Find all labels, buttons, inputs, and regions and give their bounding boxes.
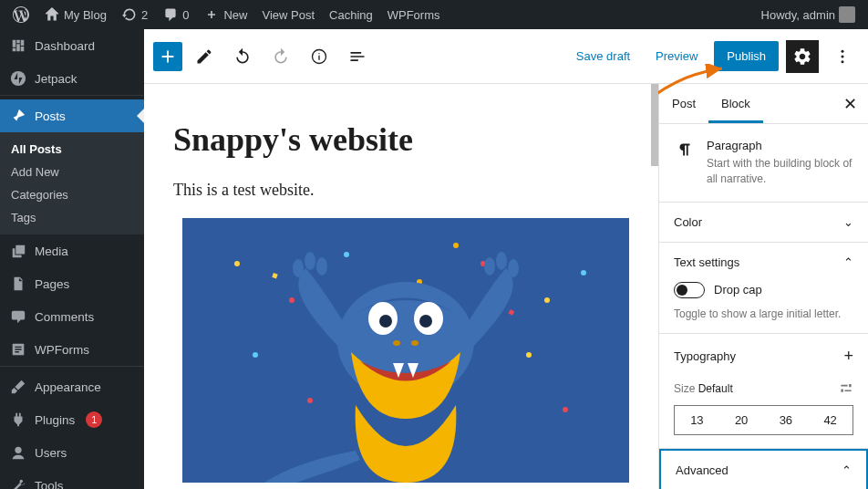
- sidebar-item-posts[interactable]: Posts: [0, 99, 144, 132]
- submenu-all-posts[interactable]: All Posts: [0, 138, 144, 161]
- tab-post[interactable]: Post: [659, 84, 708, 123]
- typography-label: Typography: [674, 349, 736, 363]
- updates-count-label: 2: [141, 8, 148, 22]
- drop-cap-hint: Toggle to show a large initial letter.: [674, 307, 853, 320]
- brush-icon: [9, 378, 27, 396]
- outline-button[interactable]: [341, 40, 374, 73]
- text-settings-panel: Text settings⌃ Drop cap Toggle to show a…: [659, 243, 868, 334]
- save-draft-button[interactable]: Save draft: [567, 44, 639, 68]
- sidebar-item-appearance[interactable]: Appearance: [0, 370, 144, 403]
- svg-point-27: [508, 259, 519, 277]
- svg-point-6: [842, 55, 844, 57]
- editor-canvas[interactable]: Snappy's website This is a test website.: [144, 84, 658, 489]
- text-settings-header[interactable]: Text settings⌃: [674, 255, 853, 269]
- add-block-button[interactable]: [153, 42, 182, 71]
- comments-icon: [9, 307, 27, 326]
- publish-button[interactable]: Publish: [714, 41, 779, 71]
- sidebar-item-label: WPForms: [35, 343, 89, 357]
- admin-topbar: My Blog 2 0 New View Post Caching WPForm…: [0, 0, 868, 29]
- close-inspector-button[interactable]: ✕: [832, 94, 868, 114]
- updates-link[interactable]: 2: [116, 6, 153, 23]
- wp-logo[interactable]: [7, 6, 35, 23]
- more-button[interactable]: [826, 40, 859, 73]
- sidebar-item-tools[interactable]: Tools: [0, 469, 144, 489]
- svg-point-10: [289, 297, 294, 303]
- sliders-icon[interactable]: [839, 380, 853, 398]
- svg-point-35: [393, 340, 400, 346]
- page-icon: [9, 275, 27, 293]
- sidebar-item-comments[interactable]: Comments: [0, 300, 144, 333]
- svg-point-29: [484, 257, 495, 276]
- submenu-categories[interactable]: Categories: [0, 183, 144, 206]
- svg-point-14: [544, 297, 550, 303]
- svg-point-17: [307, 398, 313, 403]
- svg-point-18: [526, 352, 532, 358]
- settings-button[interactable]: [786, 40, 819, 73]
- size-option[interactable]: 42: [808, 406, 852, 434]
- caching-label: Caching: [329, 8, 373, 22]
- new-link[interactable]: New: [198, 6, 253, 23]
- svg-point-9: [234, 261, 240, 266]
- canvas-scrollbar[interactable]: [651, 84, 658, 489]
- sidebar-item-pages[interactable]: Pages: [0, 267, 144, 300]
- info-button[interactable]: [303, 40, 336, 73]
- avatar: [839, 6, 855, 23]
- submenu-add-new[interactable]: Add New: [0, 161, 144, 183]
- svg-point-26: [316, 257, 327, 276]
- user-icon: [9, 443, 27, 462]
- tab-block[interactable]: Block: [708, 84, 763, 123]
- svg-point-5: [842, 49, 844, 52]
- sidebar-item-label: Appearance: [35, 380, 101, 394]
- redo-button[interactable]: [264, 40, 297, 73]
- sidebar-item-wpforms[interactable]: WPForms: [0, 333, 144, 366]
- sidebar-item-users[interactable]: Users: [0, 436, 144, 469]
- pin-icon: [9, 107, 27, 125]
- inspector-panel: Post Block ✕ Paragraph Start with the bu…: [658, 84, 868, 489]
- svg-point-15: [581, 270, 586, 276]
- sidebar-item-label: Media: [35, 244, 68, 258]
- size-option[interactable]: 36: [764, 406, 809, 434]
- wpforms-link[interactable]: WPForms: [382, 8, 446, 22]
- size-option[interactable]: 13: [675, 406, 719, 434]
- sidebar-item-label: Posts: [35, 109, 66, 123]
- caching-link[interactable]: Caching: [324, 8, 378, 22]
- typography-header[interactable]: Typography+: [674, 347, 853, 366]
- size-option[interactable]: 20: [719, 406, 764, 434]
- post-title[interactable]: Snappy's website: [173, 120, 629, 159]
- sidebar-item-dashboard[interactable]: Dashboard: [0, 29, 144, 62]
- drop-cap-toggle[interactable]: [674, 282, 705, 298]
- editor-main: Save draft Preview Publish Snappy's webs…: [144, 29, 868, 489]
- site-link[interactable]: My Blog: [38, 6, 112, 23]
- svg-point-16: [253, 352, 258, 358]
- edit-mode-button[interactable]: [188, 40, 221, 73]
- post-image-block[interactable]: [182, 218, 629, 483]
- block-desc-label: Start with the building block of all nar…: [707, 156, 853, 187]
- post-paragraph[interactable]: This is a test website.: [173, 181, 629, 200]
- preview-button[interactable]: Preview: [646, 44, 707, 68]
- plus-icon[interactable]: +: [843, 347, 853, 366]
- size-options: 13 20 36 42: [674, 405, 853, 435]
- undo-button[interactable]: [226, 40, 259, 73]
- color-label: Color: [674, 215, 702, 229]
- howdy-link[interactable]: Howdy, admin: [756, 6, 861, 23]
- sidebar-item-label: Pages: [35, 277, 69, 291]
- comment-icon: [162, 6, 179, 23]
- advanced-label: Advanced: [676, 463, 728, 477]
- sidebar-item-media[interactable]: Media: [0, 234, 144, 267]
- comments-link[interactable]: 0: [157, 6, 194, 23]
- wordpress-icon: [13, 6, 29, 23]
- wpforms-icon: [9, 340, 27, 359]
- plugins-badge: 1: [86, 411, 102, 428]
- svg-point-33: [379, 315, 392, 328]
- svg-point-11: [344, 252, 349, 257]
- text-settings-label: Text settings: [674, 255, 739, 269]
- advanced-panel[interactable]: Advanced⌃: [659, 449, 868, 489]
- svg-point-36: [411, 340, 418, 346]
- size-default-label: Default: [698, 382, 733, 395]
- color-panel[interactable]: Color⌄: [659, 203, 868, 243]
- svg-point-7: [842, 60, 844, 63]
- view-post-link[interactable]: View Post: [256, 8, 320, 22]
- sidebar-item-plugins[interactable]: Plugins1: [0, 403, 144, 436]
- sidebar-item-jetpack[interactable]: Jetpack: [0, 62, 144, 95]
- submenu-tags[interactable]: Tags: [0, 206, 144, 229]
